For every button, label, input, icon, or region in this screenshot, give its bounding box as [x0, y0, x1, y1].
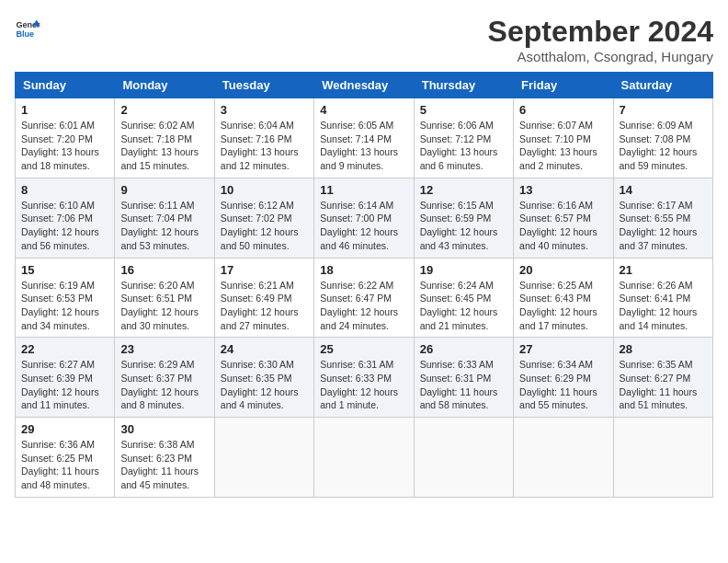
- title-block: September 2024 Asotthalom, Csongrad, Hun…: [488, 15, 713, 64]
- day-number: 26: [420, 342, 507, 356]
- day-info: Sunrise: 6:01 AMSunset: 7:20 PMDaylight:…: [21, 119, 108, 173]
- column-header-friday: Friday: [514, 73, 613, 98]
- calendar-cell: 28 Sunrise: 6:35 AMSunset: 6:27 PMDaylig…: [613, 338, 712, 418]
- day-number: 22: [21, 342, 108, 356]
- calendar-cell: 10 Sunrise: 6:12 AMSunset: 7:02 PMDaylig…: [214, 178, 313, 258]
- calendar-week-row: 8 Sunrise: 6:10 AMSunset: 7:06 PMDayligh…: [16, 178, 713, 258]
- day-info: Sunrise: 6:09 AMSunset: 7:08 PMDaylight:…: [620, 119, 707, 173]
- calendar-cell: 17 Sunrise: 6:21 AMSunset: 6:49 PMDaylig…: [214, 258, 313, 338]
- day-number: 11: [320, 183, 407, 197]
- location: Asotthalom, Csongrad, Hungary: [488, 49, 713, 64]
- calendar-cell: 8 Sunrise: 6:10 AMSunset: 7:06 PMDayligh…: [16, 178, 115, 258]
- calendar-cell: 22 Sunrise: 6:27 AMSunset: 6:39 PMDaylig…: [16, 338, 115, 418]
- day-number: 28: [620, 342, 707, 356]
- logo-icon: General Blue: [15, 15, 40, 40]
- day-number: 5: [420, 103, 507, 117]
- day-info: Sunrise: 6:15 AMSunset: 6:59 PMDaylight:…: [420, 199, 507, 253]
- day-info: Sunrise: 6:22 AMSunset: 6:47 PMDaylight:…: [320, 279, 407, 333]
- column-header-tuesday: Tuesday: [214, 73, 313, 98]
- day-number: 15: [21, 263, 108, 277]
- day-info: Sunrise: 6:36 AMSunset: 6:25 PMDaylight:…: [21, 438, 108, 492]
- day-info: Sunrise: 6:05 AMSunset: 7:14 PMDaylight:…: [320, 119, 407, 173]
- calendar-week-row: 15 Sunrise: 6:19 AMSunset: 6:53 PMDaylig…: [16, 258, 713, 338]
- calendar-cell: 18 Sunrise: 6:22 AMSunset: 6:47 PMDaylig…: [314, 258, 414, 338]
- calendar-cell: 24 Sunrise: 6:30 AMSunset: 6:35 PMDaylig…: [214, 338, 313, 418]
- calendar-cell: 5 Sunrise: 6:06 AMSunset: 7:12 PMDayligh…: [414, 98, 513, 178]
- calendar-cell: 12 Sunrise: 6:15 AMSunset: 6:59 PMDaylig…: [414, 178, 513, 258]
- day-number: 12: [420, 183, 507, 197]
- calendar-cell: 21 Sunrise: 6:26 AMSunset: 6:41 PMDaylig…: [613, 258, 712, 338]
- calendar-cell: [514, 418, 613, 498]
- day-info: Sunrise: 6:06 AMSunset: 7:12 PMDaylight:…: [420, 119, 507, 173]
- day-info: Sunrise: 6:30 AMSunset: 6:35 PMDaylight:…: [221, 358, 308, 412]
- day-number: 29: [21, 422, 108, 436]
- day-number: 1: [21, 103, 108, 117]
- calendar-cell: 15 Sunrise: 6:19 AMSunset: 6:53 PMDaylig…: [16, 258, 115, 338]
- day-info: Sunrise: 6:16 AMSunset: 6:57 PMDaylight:…: [519, 199, 607, 253]
- day-info: Sunrise: 6:35 AMSunset: 6:27 PMDaylight:…: [620, 358, 707, 412]
- calendar-cell: 3 Sunrise: 6:04 AMSunset: 7:16 PMDayligh…: [214, 98, 313, 178]
- calendar-cell: 23 Sunrise: 6:29 AMSunset: 6:37 PMDaylig…: [115, 338, 214, 418]
- day-number: 17: [221, 263, 308, 277]
- calendar-cell: 29 Sunrise: 6:36 AMSunset: 6:25 PMDaylig…: [16, 418, 115, 498]
- calendar-cell: [214, 418, 313, 498]
- calendar-cell: [414, 418, 513, 498]
- column-header-wednesday: Wednesday: [314, 73, 414, 98]
- day-info: Sunrise: 6:24 AMSunset: 6:45 PMDaylight:…: [420, 279, 507, 333]
- day-number: 23: [120, 342, 208, 356]
- day-number: 19: [420, 263, 507, 277]
- day-info: Sunrise: 6:02 AMSunset: 7:18 PMDaylight:…: [120, 119, 208, 173]
- day-number: 4: [320, 103, 407, 117]
- logo: General Blue: [15, 15, 40, 40]
- calendar-cell: [613, 418, 712, 498]
- day-number: 16: [120, 263, 208, 277]
- month-title: September 2024: [488, 15, 713, 49]
- column-header-saturday: Saturday: [613, 73, 712, 98]
- day-number: 21: [620, 263, 707, 277]
- day-number: 9: [120, 183, 208, 197]
- calendar-table: SundayMondayTuesdayWednesdayThursdayFrid…: [15, 72, 713, 498]
- calendar-cell: 1 Sunrise: 6:01 AMSunset: 7:20 PMDayligh…: [16, 98, 115, 178]
- calendar-cell: 26 Sunrise: 6:33 AMSunset: 6:31 PMDaylig…: [414, 338, 513, 418]
- day-info: Sunrise: 6:14 AMSunset: 7:00 PMDaylight:…: [320, 199, 407, 253]
- calendar-cell: 6 Sunrise: 6:07 AMSunset: 7:10 PMDayligh…: [514, 98, 613, 178]
- column-header-sunday: Sunday: [16, 73, 115, 98]
- calendar-cell: 25 Sunrise: 6:31 AMSunset: 6:33 PMDaylig…: [314, 338, 414, 418]
- calendar-cell: 19 Sunrise: 6:24 AMSunset: 6:45 PMDaylig…: [414, 258, 513, 338]
- calendar-cell: 30 Sunrise: 6:38 AMSunset: 6:23 PMDaylig…: [115, 418, 214, 498]
- calendar-week-row: 1 Sunrise: 6:01 AMSunset: 7:20 PMDayligh…: [16, 98, 713, 178]
- day-number: 13: [519, 183, 607, 197]
- column-header-thursday: Thursday: [414, 73, 513, 98]
- day-number: 20: [519, 263, 607, 277]
- day-info: Sunrise: 6:29 AMSunset: 6:37 PMDaylight:…: [120, 358, 208, 412]
- day-info: Sunrise: 6:11 AMSunset: 7:04 PMDaylight:…: [120, 199, 208, 253]
- day-number: 27: [519, 342, 607, 356]
- svg-text:Blue: Blue: [16, 29, 34, 39]
- day-info: Sunrise: 6:34 AMSunset: 6:29 PMDaylight:…: [519, 358, 607, 412]
- calendar-cell: 4 Sunrise: 6:05 AMSunset: 7:14 PMDayligh…: [314, 98, 414, 178]
- calendar-cell: 7 Sunrise: 6:09 AMSunset: 7:08 PMDayligh…: [613, 98, 712, 178]
- calendar-cell: [314, 418, 414, 498]
- day-info: Sunrise: 6:26 AMSunset: 6:41 PMDaylight:…: [620, 279, 707, 333]
- day-info: Sunrise: 6:27 AMSunset: 6:39 PMDaylight:…: [21, 358, 108, 412]
- day-number: 25: [320, 342, 407, 356]
- day-number: 18: [320, 263, 407, 277]
- day-info: Sunrise: 6:33 AMSunset: 6:31 PMDaylight:…: [420, 358, 507, 412]
- day-info: Sunrise: 6:04 AMSunset: 7:16 PMDaylight:…: [221, 119, 308, 173]
- calendar-cell: 11 Sunrise: 6:14 AMSunset: 7:00 PMDaylig…: [314, 178, 414, 258]
- day-info: Sunrise: 6:20 AMSunset: 6:51 PMDaylight:…: [120, 279, 208, 333]
- day-info: Sunrise: 6:25 AMSunset: 6:43 PMDaylight:…: [519, 279, 607, 333]
- day-number: 30: [120, 422, 208, 436]
- calendar-cell: 13 Sunrise: 6:16 AMSunset: 6:57 PMDaylig…: [514, 178, 613, 258]
- calendar-cell: 9 Sunrise: 6:11 AMSunset: 7:04 PMDayligh…: [115, 178, 214, 258]
- day-info: Sunrise: 6:38 AMSunset: 6:23 PMDaylight:…: [120, 438, 208, 492]
- day-number: 6: [519, 103, 607, 117]
- day-info: Sunrise: 6:19 AMSunset: 6:53 PMDaylight:…: [21, 279, 108, 333]
- column-header-monday: Monday: [115, 73, 214, 98]
- calendar-cell: 20 Sunrise: 6:25 AMSunset: 6:43 PMDaylig…: [514, 258, 613, 338]
- day-number: 14: [620, 183, 707, 197]
- day-info: Sunrise: 6:21 AMSunset: 6:49 PMDaylight:…: [221, 279, 308, 333]
- day-number: 10: [221, 183, 308, 197]
- page-header: General Blue September 2024 Asotthalom, …: [15, 15, 713, 64]
- calendar-cell: 27 Sunrise: 6:34 AMSunset: 6:29 PMDaylig…: [514, 338, 613, 418]
